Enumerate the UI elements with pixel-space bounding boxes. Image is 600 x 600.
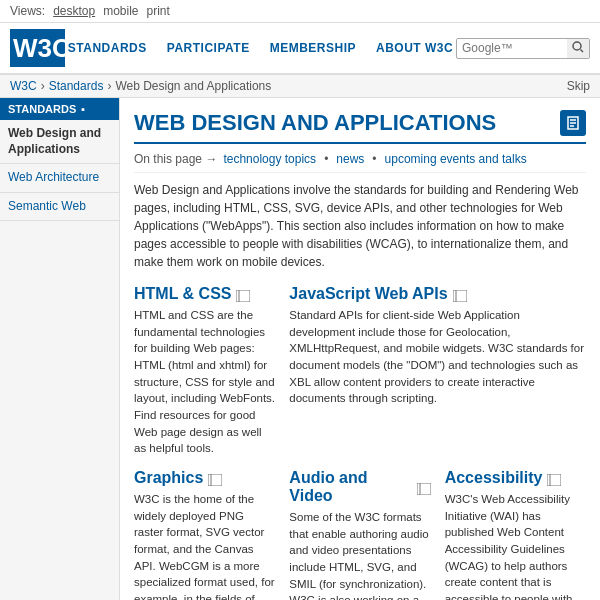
logo[interactable]: W3C	[10, 29, 65, 67]
page-title-text: WEB DESIGN AND APPLICATIONS	[134, 110, 496, 136]
accessibility-icon	[547, 472, 561, 484]
section-html-css: HTML & CSS HTML and CSS are the fundamen…	[134, 285, 275, 457]
section-js-apis-text: Standard APIs for client-side Web Applic…	[289, 307, 586, 407]
nav-about[interactable]: ABOUT W3C	[376, 41, 453, 55]
content-wrap: STANDARDS ▪ Web Design and Applications …	[0, 98, 600, 600]
nav-membership[interactable]: MEMBERSHIP	[270, 41, 356, 55]
skip-link[interactable]: Skip	[567, 79, 590, 93]
breadcrumb-sep1: ›	[41, 79, 45, 93]
breadcrumb-standards[interactable]: Standards	[49, 79, 104, 93]
top-bar: Views: desktop mobile print	[0, 0, 600, 23]
sidebar-header: STANDARDS ▪	[0, 98, 119, 120]
section-graphics: Graphics W3C is the home of the widely d…	[134, 469, 275, 600]
svg-rect-8	[208, 474, 222, 486]
section-audio-video-text: Some of the W3C formats that enable auth…	[289, 509, 430, 600]
section-graphics-text: W3C is the home of the widely deployed P…	[134, 491, 275, 600]
svg-point-2	[573, 42, 581, 50]
view-desktop[interactable]: desktop	[53, 4, 95, 18]
search-icon	[572, 41, 584, 53]
main-nav: STANDARDS PARTICIPATE MEMBERSHIP ABOUT W…	[68, 41, 453, 55]
view-mobile[interactable]: mobile	[103, 4, 138, 18]
view-print[interactable]: print	[147, 4, 170, 18]
sidebar-item-web-arch[interactable]: Web Architecture	[0, 164, 119, 193]
sections-row2: Graphics W3C is the home of the widely d…	[134, 469, 586, 600]
on-this-page-label: On this page →	[134, 152, 217, 166]
nav-participate[interactable]: PARTICIPATE	[167, 41, 250, 55]
sidebar-item-web-design[interactable]: Web Design and Applications	[0, 120, 119, 164]
views-label: Views:	[10, 4, 45, 18]
html-css-icon	[236, 288, 250, 300]
svg-line-3	[581, 49, 584, 52]
js-apis-icon	[453, 288, 467, 300]
on-this-page-news[interactable]: news	[336, 152, 364, 166]
section-js-apis: JavaScript Web APIs Standard APIs for cl…	[289, 285, 586, 457]
sidebar-item-semantic[interactable]: Semantic Web	[0, 193, 119, 222]
on-this-page-events[interactable]: upcoming events and talks	[385, 152, 527, 166]
section-audio-video: Audio and Video Some of the W3C formats …	[289, 469, 430, 600]
sidebar-title: STANDARDS	[8, 103, 76, 115]
sidebar-icon: ▪	[81, 103, 85, 115]
svg-rect-12	[547, 474, 561, 486]
svg-rect-10	[417, 483, 431, 495]
page-title: WEB DESIGN AND APPLICATIONS	[134, 110, 586, 144]
search-button[interactable]	[567, 39, 589, 58]
section-audio-video-title: Audio and Video	[289, 469, 430, 505]
svg-rect-6	[453, 290, 467, 302]
breadcrumb-current: Web Design and Applications	[115, 79, 271, 93]
section-accessibility: Accessibility W3C's Web Accessibility In…	[445, 469, 586, 600]
w3c-logo-svg: W3C	[10, 29, 65, 67]
nav-standards[interactable]: STANDARDS	[68, 41, 147, 55]
section-audio-video-title-text: Audio and Video	[289, 469, 411, 505]
sidebar: STANDARDS ▪ Web Design and Applications …	[0, 98, 120, 600]
on-this-page-tech[interactable]: technology topics	[223, 152, 316, 166]
svg-text:W3C: W3C	[13, 33, 65, 63]
page-icon-svg	[565, 115, 581, 131]
bullet2: •	[372, 152, 376, 166]
on-this-page: On this page → technology topics • news …	[134, 152, 586, 173]
section-accessibility-title: Accessibility	[445, 469, 586, 487]
breadcrumb: W3C › Standards › Web Design and Applica…	[0, 75, 600, 98]
breadcrumb-w3c[interactable]: W3C	[10, 79, 37, 93]
section-accessibility-text: W3C's Web Accessibility Initiative (WAI)…	[445, 491, 586, 600]
sections-row1: HTML & CSS HTML and CSS are the fundamen…	[134, 285, 586, 457]
search-box	[456, 38, 590, 59]
section-js-apis-title-text: JavaScript Web APIs	[289, 285, 447, 303]
graphics-icon	[208, 472, 222, 484]
main-content: WEB DESIGN AND APPLICATIONS On this page…	[120, 98, 600, 600]
sidebar-nav: Web Design and Applications Web Architec…	[0, 120, 119, 221]
bullet1: •	[324, 152, 328, 166]
section-html-css-text: HTML and CSS are the fundamental technol…	[134, 307, 275, 457]
svg-rect-4	[236, 290, 250, 302]
section-graphics-title: Graphics	[134, 469, 275, 487]
audio-video-icon	[417, 481, 431, 493]
breadcrumb-sep2: ›	[107, 79, 111, 93]
search-input[interactable]	[457, 39, 567, 57]
section-graphics-title-text: Graphics	[134, 469, 203, 487]
page-icon	[560, 110, 586, 136]
intro-text: Web Design and Applications involve the …	[134, 181, 586, 271]
section-accessibility-title-text: Accessibility	[445, 469, 543, 487]
section-js-apis-title: JavaScript Web APIs	[289, 285, 586, 303]
section-html-css-title: HTML & CSS	[134, 285, 275, 303]
section-html-css-title-text: HTML & CSS	[134, 285, 231, 303]
header: W3C STANDARDS PARTICIPATE MEMBERSHIP ABO…	[0, 23, 600, 75]
